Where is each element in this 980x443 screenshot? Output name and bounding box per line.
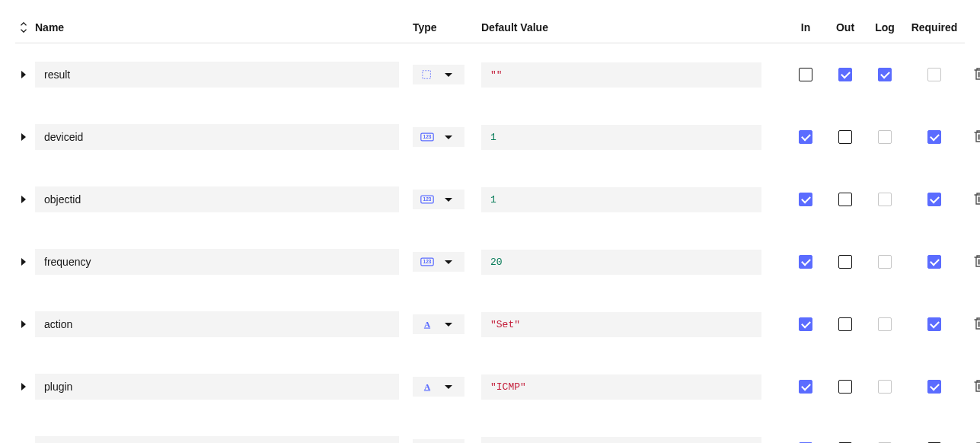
delete-icon[interactable] (973, 67, 980, 81)
expand-row-icon[interactable] (15, 71, 32, 78)
type-number-icon: 123 (420, 132, 434, 142)
log-checkbox (878, 317, 892, 331)
expand-row-icon[interactable] (15, 196, 32, 203)
chevron-down-icon (445, 135, 452, 139)
out-checkbox[interactable] (838, 317, 852, 331)
type-select[interactable]: 123 (413, 190, 464, 209)
chevron-down-icon (445, 198, 452, 202)
type-select[interactable]: 123 (413, 252, 464, 272)
svg-text:123: 123 (423, 196, 432, 202)
header-required: Required (905, 21, 964, 33)
header-name: Name (32, 21, 413, 33)
in-checkbox[interactable] (799, 255, 812, 269)
table-row: pluginA"ICMP" (15, 355, 965, 418)
type-select[interactable]: A (413, 377, 464, 397)
header-default: Default Value (481, 21, 786, 33)
delete-icon[interactable] (973, 254, 980, 268)
default-value-input[interactable]: 20 (481, 250, 761, 275)
in-checkbox[interactable] (799, 380, 812, 394)
required-checkbox[interactable] (927, 380, 941, 394)
expand-row-icon[interactable] (15, 383, 32, 390)
required-checkbox[interactable] (927, 193, 941, 206)
table-row: NMSCredentialsA"admin/SevOne" (15, 418, 965, 443)
name-input[interactable]: result (35, 62, 399, 88)
type-any-icon (420, 69, 434, 80)
chevron-down-icon (445, 323, 452, 327)
default-value-input[interactable]: "" (481, 62, 761, 88)
out-checkbox[interactable] (838, 255, 852, 269)
name-input[interactable]: action (35, 311, 399, 337)
default-value-input[interactable]: "Set" (481, 312, 761, 337)
table-header: Name Type Default Value In Out Log Requi… (15, 15, 965, 43)
type-select[interactable] (413, 65, 464, 84)
table-row: result"" (15, 43, 965, 106)
svg-text:123: 123 (423, 134, 432, 139)
in-checkbox[interactable] (799, 68, 812, 81)
default-value-input[interactable]: 1 (481, 187, 761, 212)
svg-rect-0 (423, 71, 431, 79)
delete-icon[interactable] (973, 129, 980, 143)
name-input[interactable]: objectid (35, 186, 399, 212)
in-checkbox[interactable] (799, 193, 812, 206)
svg-text:123: 123 (423, 259, 432, 264)
table-row: deviceid1231 (15, 106, 965, 168)
out-checkbox[interactable] (838, 380, 852, 394)
table-row: actionA"Set" (15, 293, 965, 355)
type-string-icon: A (420, 381, 434, 392)
in-checkbox[interactable] (799, 130, 812, 144)
required-checkbox[interactable] (927, 255, 941, 269)
required-checkbox (927, 68, 941, 81)
name-input[interactable]: plugin (35, 374, 399, 400)
collapse-all-icon[interactable] (15, 22, 32, 33)
type-select[interactable]: A (413, 314, 464, 334)
delete-icon[interactable] (973, 379, 980, 393)
svg-text:A: A (424, 320, 431, 329)
log-checkbox (878, 193, 892, 206)
svg-text:A: A (424, 382, 431, 391)
chevron-down-icon (445, 385, 452, 389)
out-checkbox[interactable] (838, 68, 852, 81)
default-value-input[interactable]: "ICMP" (481, 374, 761, 400)
header-in: In (786, 21, 825, 33)
parameters-table: Name Type Default Value In Out Log Requi… (15, 15, 965, 443)
name-input[interactable]: NMSCredentials (35, 436, 399, 443)
chevron-down-icon (445, 260, 452, 264)
type-string-icon: A (420, 319, 434, 330)
out-checkbox[interactable] (838, 130, 852, 144)
required-checkbox[interactable] (927, 130, 941, 144)
type-number-icon: 123 (420, 194, 434, 205)
log-checkbox[interactable] (878, 68, 892, 81)
type-number-icon: 123 (420, 257, 434, 267)
header-out: Out (825, 21, 865, 33)
delete-icon[interactable] (973, 192, 980, 206)
name-input[interactable]: deviceid (35, 124, 399, 150)
required-checkbox[interactable] (927, 317, 941, 331)
type-select[interactable]: 123 (413, 127, 464, 147)
log-checkbox (878, 130, 892, 144)
name-input[interactable]: frequency (35, 249, 399, 275)
log-checkbox (878, 255, 892, 269)
default-value-input[interactable]: "admin/SevOne" (481, 437, 761, 444)
chevron-down-icon (445, 73, 452, 77)
type-select[interactable]: A (413, 439, 464, 443)
out-checkbox[interactable] (838, 193, 852, 206)
default-value-input[interactable]: 1 (481, 125, 761, 150)
table-row: frequency12320 (15, 231, 965, 293)
log-checkbox (878, 380, 892, 394)
header-log: Log (865, 21, 905, 33)
table-row: objectid1231 (15, 168, 965, 231)
delete-icon[interactable] (973, 317, 980, 330)
expand-row-icon[interactable] (15, 133, 32, 141)
expand-row-icon[interactable] (15, 258, 32, 266)
expand-row-icon[interactable] (15, 320, 32, 328)
in-checkbox[interactable] (799, 317, 812, 331)
header-type: Type (413, 21, 481, 33)
